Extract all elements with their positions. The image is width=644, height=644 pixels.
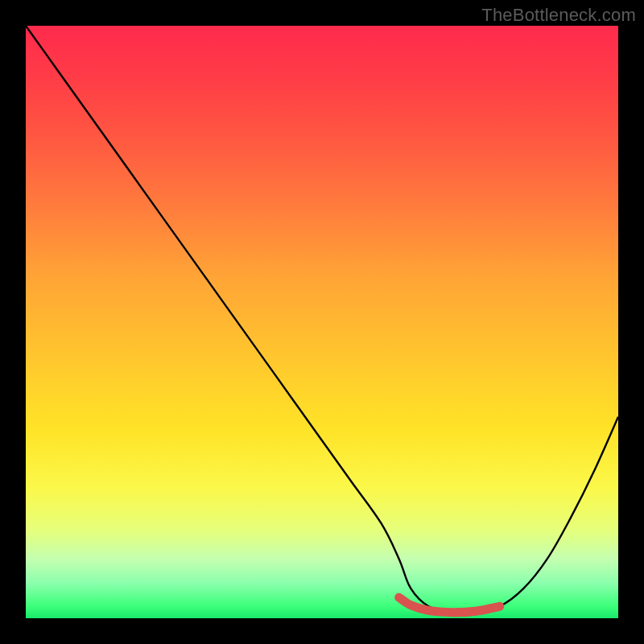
plot-area — [26, 26, 618, 618]
curve-svg — [26, 26, 618, 618]
watermark-text: TheBottleneck.com — [481, 5, 636, 26]
bottleneck-curve — [26, 26, 618, 613]
chart-frame: TheBottleneck.com — [0, 0, 644, 644]
highlighted-range-marker — [399, 597, 500, 612]
